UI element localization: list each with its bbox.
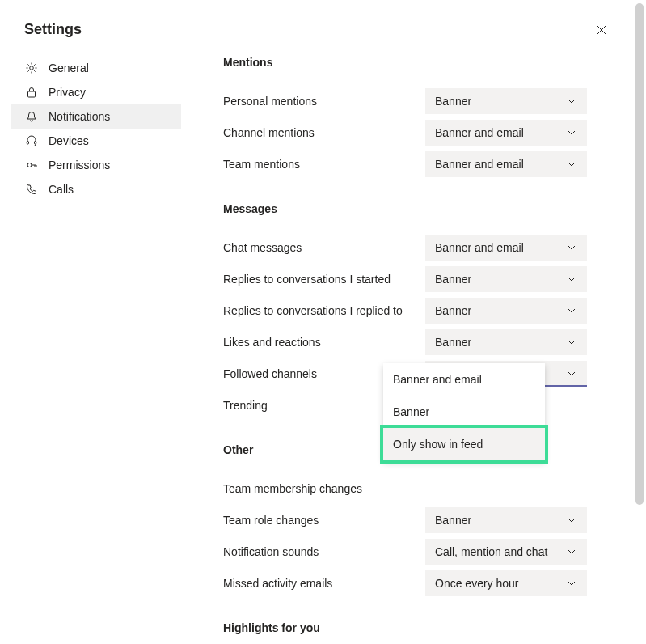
setting-label: Channel mentions: [223, 126, 425, 139]
settings-sidebar: General Privacy Notifications Devices: [11, 56, 181, 644]
sidebar-item-label: Permissions: [49, 159, 110, 172]
sidebar-item-calls[interactable]: Calls: [11, 177, 181, 201]
chevron-down-icon: [566, 242, 577, 253]
setting-label: Chat messages: [223, 241, 425, 254]
chevron-down-icon: [566, 368, 577, 379]
chevron-down-icon: [566, 546, 577, 557]
page-title: Settings: [24, 21, 82, 38]
dropdown-value: Banner: [435, 273, 471, 286]
svg-rect-3: [35, 142, 36, 145]
sidebar-item-devices[interactable]: Devices: [11, 129, 181, 153]
dropdown-team-mentions[interactable]: Banner and email: [425, 151, 587, 177]
dropdown-missed-activity-emails[interactable]: Once every hour: [425, 570, 587, 596]
dropdown-value: Banner and email: [435, 241, 524, 254]
headset-icon: [24, 133, 39, 148]
chevron-down-icon: [566, 515, 577, 526]
setting-label: Team membership changes: [223, 482, 425, 495]
svg-rect-1: [28, 91, 36, 97]
sidebar-item-label: Devices: [49, 134, 89, 147]
dropdown-value: Banner and email: [435, 158, 524, 171]
dropdown-value: Banner and email: [435, 126, 524, 139]
chevron-down-icon: [566, 578, 577, 589]
dropdown-value: Banner: [435, 514, 471, 527]
dropdown-option-selected[interactable]: Only show in feed: [383, 428, 545, 460]
section-title-highlights: Highlights for you: [223, 621, 602, 634]
chevron-down-icon: [566, 95, 577, 107]
sidebar-item-label: General: [49, 61, 89, 74]
setting-label: Likes and reactions: [223, 336, 425, 349]
svg-rect-2: [27, 142, 28, 145]
dropdown-notification-sounds[interactable]: Call, mention and chat: [425, 539, 587, 565]
chevron-down-icon: [566, 305, 577, 316]
settings-panel: Mentions Personal mentions Banner Channe…: [181, 56, 602, 644]
sidebar-item-notifications[interactable]: Notifications: [11, 104, 181, 129]
chevron-down-icon: [566, 337, 577, 348]
chevron-down-icon: [566, 159, 577, 170]
dropdown-value: Banner: [435, 95, 471, 108]
dropdown-chat-messages[interactable]: Banner and email: [425, 235, 587, 261]
dropdown-personal-mentions[interactable]: Banner: [425, 88, 587, 114]
dropdown-replies-replied[interactable]: Banner: [425, 298, 587, 324]
sidebar-item-label: Calls: [49, 183, 74, 196]
close-icon: [596, 24, 607, 36]
setting-label: Team mentions: [223, 158, 425, 171]
dropdown-replies-started[interactable]: Banner: [425, 266, 587, 292]
sidebar-item-privacy[interactable]: Privacy: [11, 80, 181, 104]
sidebar-item-label: Privacy: [49, 86, 86, 99]
svg-point-4: [27, 163, 32, 167]
gear-icon: [24, 61, 39, 75]
dropdown-team-role-changes[interactable]: Banner: [425, 507, 587, 533]
dropdown-menu[interactable]: Banner and email Banner Only show in fee…: [383, 363, 545, 460]
dropdown-value: Once every hour: [435, 577, 519, 590]
phone-icon: [24, 182, 39, 197]
sidebar-item-general[interactable]: General: [11, 56, 181, 80]
sidebar-item-label: Notifications: [49, 110, 110, 123]
setting-label: Notification sounds: [223, 545, 425, 558]
dropdown-value: Banner: [435, 336, 471, 349]
section-title-mentions: Mentions: [223, 56, 602, 69]
setting-label: Replies to conversations I started: [223, 273, 425, 286]
svg-point-0: [30, 66, 34, 70]
close-button[interactable]: [593, 22, 610, 38]
bell-icon: [24, 109, 39, 124]
dropdown-value: Call, mention and chat: [435, 545, 547, 558]
setting-label: Missed activity emails: [223, 577, 425, 590]
setting-label: Team role changes: [223, 514, 425, 527]
sidebar-item-permissions[interactable]: Permissions: [11, 153, 181, 177]
dropdown-option[interactable]: Banner and email: [383, 363, 545, 396]
setting-label: Personal mentions: [223, 95, 425, 108]
dropdown-channel-mentions[interactable]: Banner and email: [425, 120, 587, 146]
key-icon: [24, 158, 39, 172]
scrollbar[interactable]: [635, 3, 644, 505]
lock-icon: [24, 85, 39, 100]
dropdown-likes-reactions[interactable]: Banner: [425, 329, 587, 355]
chevron-down-icon: [566, 127, 577, 138]
dropdown-value: Banner: [435, 304, 471, 317]
section-title-messages: Messages: [223, 202, 602, 215]
chevron-down-icon: [566, 273, 577, 285]
setting-label: Replies to conversations I replied to: [223, 304, 425, 317]
dropdown-option[interactable]: Banner: [383, 396, 545, 428]
